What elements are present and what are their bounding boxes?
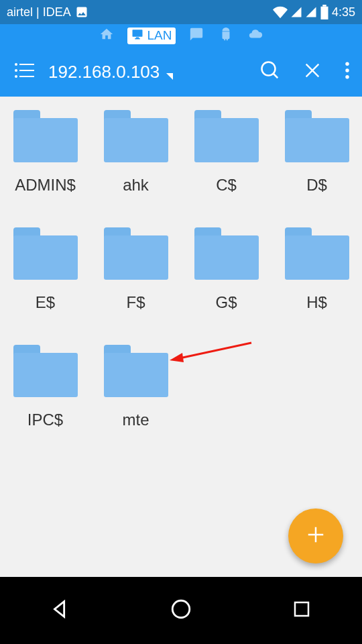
folder-label: ahk <box>123 176 149 195</box>
folder-label: H$ <box>306 293 327 312</box>
svg-point-16 <box>172 600 190 618</box>
folder-item[interactable]: H$ <box>272 221 362 338</box>
tab-apps[interactable] <box>217 25 235 46</box>
search-button[interactable] <box>260 60 280 83</box>
address-bar[interactable]: 192.168.0.103 <box>48 62 173 83</box>
picture-icon <box>75 5 88 19</box>
plus-icon <box>306 525 326 547</box>
folder-item[interactable]: mte <box>90 338 181 455</box>
fab-add[interactable] <box>288 508 343 564</box>
nav-tabs: LAN <box>0 24 362 47</box>
folder-label: E$ <box>36 293 55 312</box>
folder-item[interactable]: F$ <box>90 221 181 338</box>
tab-cloud[interactable] <box>247 25 264 46</box>
folder-label: D$ <box>306 176 327 195</box>
menu-button[interactable] <box>9 62 39 81</box>
folder-grid: ADMIN$ ahk C$ D$ E$ F$ <box>0 103 362 455</box>
svg-point-12 <box>345 68 349 72</box>
close-button[interactable] <box>303 61 322 83</box>
screen: airtel | IDEA 4:35 <box>0 0 362 644</box>
status-left: airtel | IDEA <box>7 5 88 19</box>
monitor-icon <box>131 28 143 44</box>
address-text: 192.168.0.103 <box>48 62 160 83</box>
svg-rect-8 <box>19 70 34 71</box>
cloud-icon <box>248 27 263 45</box>
nav-back[interactable] <box>37 587 84 634</box>
tab-chat[interactable] <box>188 25 205 46</box>
signal-icon-1 <box>290 6 302 18</box>
dropdown-icon <box>166 73 173 80</box>
signal-icon-2 <box>305 6 317 18</box>
tab-home[interactable] <box>98 25 115 46</box>
folder-icon <box>194 110 259 162</box>
svg-point-9 <box>15 75 17 78</box>
folder-label: G$ <box>215 293 237 312</box>
folder-item[interactable]: G$ <box>181 221 272 338</box>
nav-recent[interactable] <box>278 587 325 634</box>
svg-point-5 <box>15 63 17 66</box>
android-icon <box>219 27 233 45</box>
folder-icon <box>285 227 349 280</box>
svg-rect-0 <box>320 7 328 19</box>
svg-rect-3 <box>135 37 139 38</box>
folder-label: mte <box>122 411 149 429</box>
folder-item[interactable]: E$ <box>0 221 90 338</box>
battery-icon <box>320 5 329 19</box>
folder-icon <box>13 345 78 397</box>
svg-rect-2 <box>132 30 142 37</box>
folder-label: F$ <box>126 293 145 312</box>
folder-icon <box>104 345 168 397</box>
back-icon <box>49 598 72 623</box>
status-bar: airtel | IDEA 4:35 <box>0 0 362 24</box>
more-vert-icon <box>345 62 350 82</box>
folder-item[interactable]: IPC$ <box>0 338 90 455</box>
folder-icon <box>13 110 78 162</box>
close-icon <box>303 61 322 83</box>
clock: 4:35 <box>332 5 355 19</box>
svg-rect-6 <box>19 64 34 65</box>
svg-point-11 <box>345 62 349 66</box>
folder-item[interactable]: C$ <box>181 103 272 221</box>
more-button[interactable] <box>345 62 350 82</box>
carrier-label: airtel | IDEA <box>7 5 71 19</box>
nav-home[interactable] <box>158 587 204 634</box>
folder-label: ADMIN$ <box>15 176 76 195</box>
svg-rect-10 <box>19 76 34 77</box>
svg-rect-17 <box>295 602 308 616</box>
system-navbar <box>0 577 362 644</box>
folder-icon <box>194 227 259 280</box>
home-icon <box>99 27 114 45</box>
folder-label: C$ <box>216 176 237 195</box>
chat-icon <box>189 27 204 45</box>
tab-lan[interactable]: LAN <box>127 28 176 44</box>
list-icon <box>14 62 34 81</box>
status-right: 4:35 <box>273 5 355 19</box>
toolbar-actions <box>260 60 353 83</box>
folder-icon <box>285 110 349 162</box>
folder-item[interactable]: ahk <box>90 103 181 221</box>
square-icon <box>292 599 312 622</box>
content-area[interactable]: ADMIN$ ahk C$ D$ E$ F$ <box>0 97 362 577</box>
svg-rect-4 <box>135 38 140 40</box>
folder-icon <box>104 110 168 162</box>
svg-rect-1 <box>322 5 326 7</box>
folder-item[interactable]: ADMIN$ <box>0 103 90 221</box>
svg-point-7 <box>15 69 17 72</box>
folder-icon <box>104 227 168 280</box>
svg-point-13 <box>345 75 349 78</box>
search-icon <box>260 60 280 83</box>
toolbar: 192.168.0.103 <box>0 47 362 97</box>
folder-item[interactable]: D$ <box>272 103 362 221</box>
circle-icon <box>170 598 192 623</box>
tab-lan-label: LAN <box>147 28 172 43</box>
folder-label: IPC$ <box>27 411 63 429</box>
folder-icon <box>13 227 78 280</box>
wifi-icon <box>273 5 288 19</box>
